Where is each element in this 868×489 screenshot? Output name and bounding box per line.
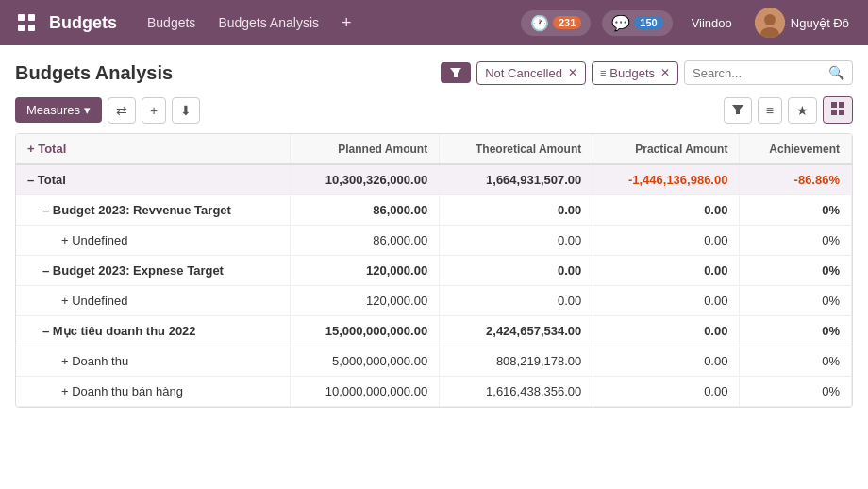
add-column-icon: + [150, 103, 158, 118]
compare-button[interactable]: ⇄ [108, 97, 136, 124]
compare-icon: ⇄ [116, 103, 127, 118]
company-selector[interactable]: Viindoo [684, 12, 740, 34]
row-label: + Undefined [16, 226, 290, 256]
row-theoretical: 0.00 [440, 226, 593, 256]
table-row[interactable]: – Budget 2023: Expnese Target 120,000.00… [16, 256, 852, 286]
filter-bar: Not Cancelled ✕ ≡ Budgets ✕ 🔍 [441, 60, 853, 85]
row-theoretical: 0.00 [440, 195, 593, 226]
not-cancelled-close-icon[interactable]: ✕ [568, 66, 577, 79]
table-row[interactable]: – Total 10,300,326,000.00 1,664,931,507.… [16, 164, 852, 195]
grid-icon [831, 102, 844, 115]
col-achievement-header: Achievement [740, 134, 852, 164]
search-icon[interactable]: 🔍 [828, 65, 844, 80]
row-label: – Mục tiêu doanh thu 2022 [16, 316, 290, 346]
row-label: – Budget 2023: Revvenue Target [16, 195, 290, 226]
row-achievement: 0% [740, 377, 852, 407]
grid-view-button[interactable] [823, 96, 853, 124]
app-title: Budgets [49, 13, 117, 33]
svg-marker-8 [732, 105, 743, 114]
clock-notification[interactable]: 🕐 231 [521, 10, 591, 36]
filter-right-icon [732, 104, 743, 115]
row-theoretical: 0.00 [440, 256, 593, 286]
col-label-header: + Total [16, 134, 290, 164]
user-name: Nguyệt Đô [791, 16, 849, 30]
filter-button[interactable] [441, 62, 471, 83]
message-notification[interactable]: 💬 150 [602, 10, 672, 36]
app-menu-icon[interactable] [11, 8, 42, 38]
nav-budgets-analysis-link[interactable]: Budgets Analysis [210, 11, 326, 34]
svg-marker-7 [450, 68, 461, 77]
budgets-close-icon[interactable]: ✕ [660, 66, 670, 79]
nav-budgets-link[interactable]: Budgets [140, 11, 203, 34]
table-row[interactable]: + Undefined 86,000.00 0.00 0.00 0% [16, 226, 852, 256]
svg-rect-0 [18, 14, 25, 21]
svg-rect-11 [831, 110, 837, 115]
message-badge: 150 [634, 16, 662, 29]
row-achievement: 0% [740, 346, 852, 377]
row-achievement: 0% [740, 286, 852, 316]
svg-rect-9 [831, 102, 837, 108]
toolbar-right: ≡ ★ [724, 96, 853, 124]
table-row[interactable]: – Budget 2023: Revvenue Target 86,000.00… [16, 195, 852, 226]
download-button[interactable]: ⬇ [172, 97, 200, 124]
list-icon: ≡ [766, 103, 774, 118]
user-menu[interactable]: Nguyệt Đô [747, 4, 857, 42]
toolbar: Measures ▾ ⇄ + ⬇ ≡ ★ [15, 96, 853, 124]
measures-button[interactable]: Measures ▾ [15, 97, 102, 123]
data-table: + Total Planned Amount Theoretical Amoun… [15, 133, 853, 408]
clock-badge: 231 [553, 16, 581, 29]
top-navigation: Budgets Budgets Budgets Analysis + 🕐 231… [0, 0, 868, 45]
row-planned: 86,000.00 [290, 195, 440, 226]
not-cancelled-label: Not Cancelled [485, 66, 562, 80]
avatar [755, 8, 785, 38]
nav-add-icon[interactable]: + [334, 9, 359, 37]
row-planned: 86,000.00 [290, 226, 440, 256]
search-input[interactable] [693, 66, 825, 80]
clock-icon: 🕐 [530, 14, 549, 32]
row-planned: 10,300,326,000.00 [290, 164, 440, 195]
row-achievement: -86.86% [740, 164, 852, 195]
row-theoretical: 1,664,931,507.00 [440, 164, 593, 195]
measures-label: Measures [26, 103, 80, 117]
list-view-button[interactable]: ≡ [758, 97, 782, 124]
row-practical: 0.00 [593, 286, 740, 316]
favorites-button[interactable]: ★ [788, 97, 817, 124]
not-cancelled-filter[interactable]: Not Cancelled ✕ [476, 61, 586, 85]
row-achievement: 0% [740, 195, 852, 226]
row-label: + Undefined [16, 286, 290, 316]
add-column-button[interactable]: + [142, 97, 166, 124]
row-practical: 0.00 [593, 226, 740, 256]
message-icon: 💬 [611, 14, 630, 32]
search-box[interactable]: 🔍 [684, 60, 853, 85]
row-planned: 120,000.00 [290, 256, 440, 286]
row-theoretical: 0.00 [440, 286, 593, 316]
company-name: Viindoo [692, 16, 732, 30]
page-header: Budgets Analysis Not Cancelled ✕ ≡ Budge… [15, 60, 853, 85]
col-practical-header: Practical Amount [593, 134, 740, 164]
measures-dropdown-icon: ▾ [84, 103, 91, 117]
svg-rect-2 [18, 25, 25, 31]
row-planned: 5,000,000,000.00 [290, 346, 440, 377]
filter-right-button[interactable] [724, 97, 752, 124]
svg-rect-1 [28, 14, 35, 21]
row-achievement: 0% [740, 256, 852, 286]
table-row[interactable]: + Undefined 120,000.00 0.00 0.00 0% [16, 286, 852, 316]
svg-rect-10 [839, 102, 844, 108]
row-theoretical: 2,424,657,534.00 [440, 316, 593, 346]
page-title: Budgets Analysis [15, 62, 173, 84]
filter-icon [450, 67, 461, 78]
svg-point-5 [764, 14, 776, 25]
table-row[interactable]: + Doanh thu bán hàng 10,000,000,000.00 1… [16, 377, 852, 407]
toolbar-left: Measures ▾ ⇄ + ⬇ [15, 97, 200, 124]
row-label: – Total [16, 164, 290, 195]
row-practical: 0.00 [593, 195, 740, 226]
table-row[interactable]: – Mục tiêu doanh thu 2022 15,000,000,000… [16, 316, 852, 346]
budgets-filter[interactable]: ≡ Budgets ✕ [592, 61, 678, 85]
col-planned-header: Planned Amount [290, 134, 440, 164]
svg-rect-3 [28, 25, 35, 31]
row-planned: 15,000,000,000.00 [290, 316, 440, 346]
row-label: + Doanh thu bán hàng [16, 377, 290, 407]
table-row[interactable]: + Doanh thu 5,000,000,000.00 808,219,178… [16, 346, 852, 377]
download-icon: ⬇ [180, 103, 192, 118]
star-icon: ★ [796, 103, 809, 118]
